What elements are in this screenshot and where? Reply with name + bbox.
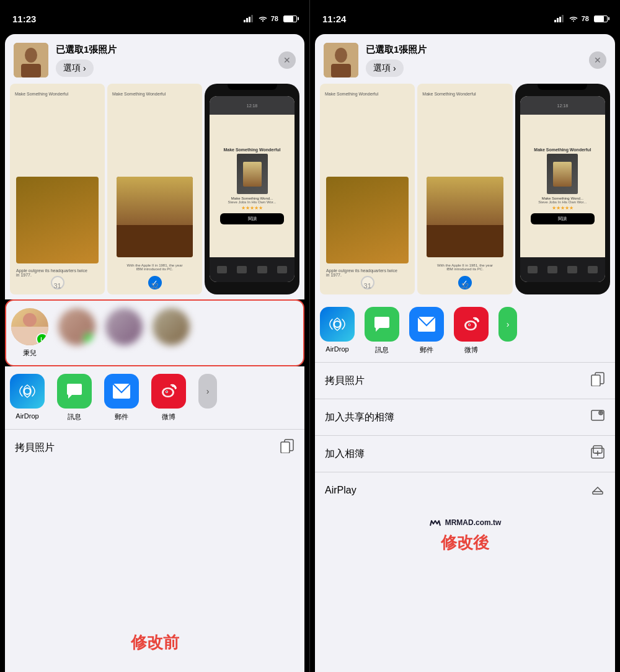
right-airplay-label: AirPlay	[325, 485, 356, 496]
contact-avatar-4	[153, 308, 190, 345]
right-thumb	[324, 43, 358, 77]
right-footer: MRMAD.com.tw 修改後	[315, 508, 615, 672]
left-app-more[interactable]: ›	[198, 374, 217, 422]
phone-notch	[228, 84, 277, 90]
right-card2-text: Make Something Wonderful	[422, 91, 476, 97]
left-app-airdrop[interactable]: AirDrop	[10, 374, 45, 422]
right-card1-num: 31	[364, 282, 371, 290]
right-weibo-label: 微博	[464, 345, 478, 355]
right-apps-row: AirDrop 訊息 郵件	[315, 299, 615, 362]
right-time: 11:24	[322, 14, 346, 24]
right-app-mail[interactable]: 郵件	[409, 307, 444, 355]
right-copy-icon	[590, 371, 605, 390]
options-label: 選項	[63, 63, 81, 74]
right-shared-album-row[interactable]: 加入共享的相簿	[315, 399, 615, 435]
right-photos-area: Make Something Wonderful Apple outgrew i…	[315, 84, 615, 299]
right-card2-num: 32	[461, 282, 469, 290]
right-photo-card-2: Make Something Wonderful With the Apple …	[417, 84, 512, 294]
right-status-bar: 11:24 78	[310, 0, 620, 31]
contact-item-4[interactable]	[153, 308, 190, 358]
left-share-info: 已選取1張照片 選項 ›	[56, 44, 271, 77]
watermark-text: MRMAD.com.tw	[445, 518, 502, 527]
right-options-button[interactable]: 選項 ›	[366, 60, 404, 77]
watermark: MRMAD.com.tw	[429, 518, 502, 527]
right-airplay-row[interactable]: AirPlay	[315, 472, 615, 508]
right-close-button[interactable]: ✕	[589, 51, 606, 69]
left-share-header: 已選取1張照片 選項 › ✕	[5, 34, 304, 84]
contact-avatar-1: L	[11, 308, 48, 345]
svg-rect-1	[246, 18, 248, 22]
svg-point-8	[24, 388, 30, 394]
left-battery-num: 78	[271, 15, 278, 22]
svg-rect-15	[281, 442, 290, 453]
card2-text: Make Something Wonderful	[112, 91, 166, 97]
left-photos-area: Make Something Wonderful Apple outgrew i…	[5, 84, 304, 299]
right-copy-row[interactable]: 拷貝照片	[315, 362, 615, 399]
right-messages-label: 訊息	[375, 345, 389, 355]
right-add-album-icon	[590, 444, 605, 463]
left-app-weibo[interactable]: 微博	[151, 374, 186, 422]
left-messages-label: 訊息	[68, 412, 81, 422]
right-shared-album-label: 加入共享的相簿	[325, 411, 394, 424]
left-weibo-label: 微博	[162, 412, 175, 422]
right-photo-card-3: 12:18 Make Something Wonderful Make Some…	[515, 84, 610, 294]
right-add-album-row[interactable]: 加入相簿	[315, 435, 615, 472]
right-messages-icon	[365, 307, 399, 342]
svg-rect-23	[331, 64, 351, 77]
phone-screen: 12:18 Make Something Wonderful Make Some…	[210, 96, 294, 282]
right-action-rows: 拷貝照片 加入共享的相簿 加入相簿	[315, 362, 615, 508]
more-icon: ›	[198, 374, 217, 409]
right-options-label: 選項	[373, 63, 391, 74]
contact-item-1[interactable]: L 秉兒	[11, 308, 48, 358]
right-airdrop-icon	[320, 307, 355, 342]
svg-point-6	[25, 48, 37, 63]
right-shared-album-icon	[590, 408, 605, 427]
svg-point-13	[166, 391, 167, 392]
right-signal-icon	[554, 15, 565, 22]
right-share-info: 已選取1張照片 選項 ›	[366, 44, 582, 77]
svg-rect-17	[557, 18, 559, 22]
right-app-more-partial[interactable]: ›	[498, 307, 517, 355]
card2-num: 32	[151, 282, 158, 290]
line-badge-2: L	[83, 333, 95, 345]
contact-avatar-2: L	[58, 308, 95, 345]
right-card1-text: Make Something Wonderful	[325, 91, 378, 97]
card1-num: 31	[53, 282, 61, 290]
right-app-messages[interactable]: 訊息	[365, 307, 399, 355]
svg-point-27	[466, 322, 475, 329]
left-thumb	[14, 43, 48, 77]
options-chevron: ›	[83, 63, 86, 73]
svg-point-24	[334, 321, 340, 327]
left-status-bar: 11:23 78	[0, 0, 309, 31]
left-copy-icon	[280, 438, 294, 457]
right-airdrop-label: AirDrop	[326, 345, 348, 353]
left-options-button[interactable]: 選項 ›	[56, 60, 94, 77]
svg-rect-40	[593, 492, 603, 494]
left-label: 修改前	[131, 632, 179, 653]
svg-rect-19	[562, 15, 564, 22]
contact-name-1: 秉兒	[23, 348, 37, 358]
right-phone-panel: 11:24 78 已選取1張	[310, 0, 620, 672]
right-add-album-label: 加入相簿	[325, 448, 365, 461]
left-app-mail[interactable]: 郵件	[104, 374, 139, 422]
weibo-icon	[151, 374, 186, 409]
contact-item-2[interactable]: L	[58, 308, 95, 358]
svg-rect-31	[591, 375, 600, 386]
right-photo-card-1: Make Something Wonderful Apple outgrew i…	[320, 84, 415, 294]
left-app-messages[interactable]: 訊息	[57, 374, 92, 422]
card1-text: Make Something Wonderful	[15, 91, 68, 97]
contact-item-3[interactable]	[105, 308, 143, 358]
right-app-weibo[interactable]: 微博	[454, 307, 489, 355]
right-mail-label: 郵件	[420, 345, 433, 355]
right-app-airdrop[interactable]: AirDrop	[320, 307, 355, 355]
svg-point-22	[335, 48, 347, 63]
messages-icon	[57, 374, 92, 409]
svg-rect-16	[554, 20, 556, 22]
svg-rect-2	[249, 17, 250, 22]
right-status-icons: 78	[554, 15, 608, 22]
wifi-icon	[258, 15, 268, 22]
left-status-icons: 78	[244, 15, 297, 22]
left-close-button[interactable]: ✕	[278, 51, 296, 69]
left-airdrop-label: AirDrop	[16, 412, 38, 420]
left-copy-photos-row[interactable]: 拷貝照片	[5, 429, 304, 466]
